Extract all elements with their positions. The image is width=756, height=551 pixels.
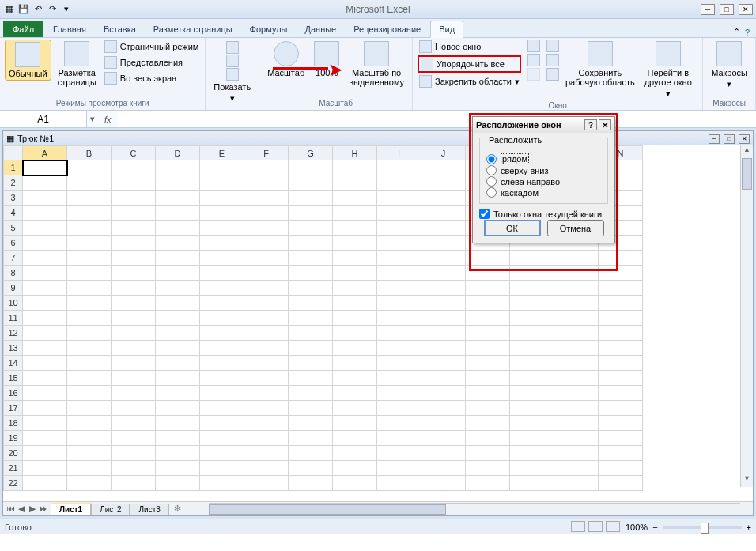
row-head-8[interactable]: 8	[4, 266, 23, 281]
cell-E2[interactable]	[200, 175, 244, 191]
maximize-button[interactable]: □	[720, 4, 734, 15]
switch-windows-button[interactable]: Перейти в другое окно ▾	[641, 40, 695, 100]
cell-A6[interactable]	[23, 236, 67, 251]
normal-view-button[interactable]: Обычный	[5, 40, 51, 81]
cell-J8[interactable]	[421, 266, 466, 281]
cell-B3[interactable]	[67, 191, 112, 206]
row-head-18[interactable]: 18	[4, 416, 23, 431]
cell-D1[interactable]	[156, 160, 200, 175]
cell-G10[interactable]	[289, 296, 333, 311]
hide-icon[interactable]	[527, 54, 540, 66]
cell-K13[interactable]	[466, 341, 510, 356]
custom-views-button[interactable]: Представления	[103, 55, 201, 70]
cell-J9[interactable]	[421, 281, 466, 296]
cell-C5[interactable]	[112, 221, 156, 236]
cell-D6[interactable]	[156, 236, 200, 251]
tab-insert[interactable]: Вставка	[96, 21, 144, 37]
cell-J4[interactable]	[421, 206, 466, 221]
cell-N14[interactable]	[599, 356, 643, 371]
row-head-11[interactable]: 11	[4, 311, 23, 326]
split-icon[interactable]	[527, 40, 540, 52]
zoom-100-button[interactable]: 100%	[311, 40, 342, 79]
cell-L13[interactable]	[510, 341, 554, 356]
cell-D21[interactable]	[156, 461, 200, 476]
cell-L12[interactable]	[510, 326, 554, 341]
radio-cascade-label[interactable]: каскадом	[501, 188, 539, 198]
cell-G7[interactable]	[289, 251, 333, 266]
cell-D11[interactable]	[156, 311, 200, 326]
redo-icon[interactable]: ↷	[46, 3, 59, 16]
cell-B12[interactable]	[67, 326, 112, 341]
row-head-22[interactable]: 22	[4, 476, 23, 491]
row-head-12[interactable]: 12	[4, 326, 23, 341]
tab-home[interactable]: Главная	[45, 21, 94, 37]
cell-A11[interactable]	[23, 311, 67, 326]
cell-I8[interactable]	[377, 266, 421, 281]
view-side-icon[interactable]	[546, 40, 559, 52]
cell-N17[interactable]	[599, 401, 643, 416]
cell-J5[interactable]	[421, 221, 466, 236]
cell-I9[interactable]	[377, 281, 421, 296]
page-break-button[interactable]: Страничный режим	[103, 40, 201, 54]
cell-A21[interactable]	[23, 461, 67, 476]
cell-E19[interactable]	[200, 431, 244, 446]
row-head-6[interactable]: 6	[4, 236, 23, 251]
cell-F8[interactable]	[244, 266, 289, 281]
scroll-up-icon[interactable]: ▲	[741, 145, 753, 158]
cell-C6[interactable]	[112, 236, 156, 251]
cell-K7[interactable]	[466, 251, 510, 266]
cell-J16[interactable]	[421, 386, 466, 401]
freeze-panes-button[interactable]: Закрепить области ▾	[418, 74, 521, 89]
active-workbook-label[interactable]: Только окна текущей книги	[493, 209, 602, 219]
cell-J22[interactable]	[421, 476, 466, 491]
page-layout-button[interactable]: Разметка страницы	[55, 40, 100, 89]
cell-K22[interactable]	[466, 476, 510, 491]
sheet-tab-3[interactable]: Лист3	[130, 504, 168, 515]
cell-F9[interactable]	[244, 281, 289, 296]
cell-H22[interactable]	[333, 476, 377, 491]
zoom-slider[interactable]	[663, 526, 742, 529]
cell-M7[interactable]	[554, 251, 599, 266]
cell-L14[interactable]	[510, 356, 554, 371]
cell-D10[interactable]	[156, 296, 200, 311]
cell-K10[interactable]	[466, 296, 510, 311]
cell-G9[interactable]	[289, 281, 333, 296]
cell-F11[interactable]	[244, 311, 289, 326]
sheet-nav-first-icon[interactable]: ⏮	[5, 504, 16, 514]
cell-F18[interactable]	[244, 416, 289, 431]
cell-H3[interactable]	[333, 191, 377, 206]
cell-C19[interactable]	[112, 431, 156, 446]
cell-E16[interactable]	[200, 386, 244, 401]
row-head-15[interactable]: 15	[4, 371, 23, 386]
wb-minimize-button[interactable]: ─	[709, 134, 720, 144]
cell-C8[interactable]	[112, 266, 156, 281]
dialog-help-button[interactable]: ?	[584, 119, 597, 130]
cell-C4[interactable]	[112, 206, 156, 221]
unhide-icon[interactable]	[527, 68, 540, 81]
new-sheet-icon[interactable]: ✻	[169, 504, 186, 514]
cell-F12[interactable]	[244, 326, 289, 341]
cell-N18[interactable]	[599, 416, 643, 431]
row-head-13[interactable]: 13	[4, 341, 23, 356]
normal-mode-icon[interactable]	[571, 521, 585, 532]
cell-M16[interactable]	[554, 386, 599, 401]
cell-E14[interactable]	[200, 356, 244, 371]
cell-D4[interactable]	[156, 206, 200, 221]
cell-D19[interactable]	[156, 431, 200, 446]
cell-M22[interactable]	[554, 476, 599, 491]
row-head-5[interactable]: 5	[4, 221, 23, 236]
cell-F1[interactable]	[244, 160, 289, 175]
cell-B21[interactable]	[67, 461, 112, 476]
cell-M10[interactable]	[554, 296, 599, 311]
ok-button[interactable]: ОК	[484, 220, 541, 236]
cell-J10[interactable]	[421, 296, 466, 311]
tab-page-layout[interactable]: Разметка страницы	[146, 21, 240, 37]
show-button[interactable]: Показать ▾	[210, 40, 254, 104]
cell-K11[interactable]	[466, 311, 510, 326]
cell-L8[interactable]	[510, 266, 554, 281]
cell-C2[interactable]	[112, 175, 156, 191]
cell-H17[interactable]	[333, 401, 377, 416]
cell-G18[interactable]	[289, 416, 333, 431]
cell-G2[interactable]	[289, 175, 333, 191]
cell-A13[interactable]	[23, 341, 67, 356]
